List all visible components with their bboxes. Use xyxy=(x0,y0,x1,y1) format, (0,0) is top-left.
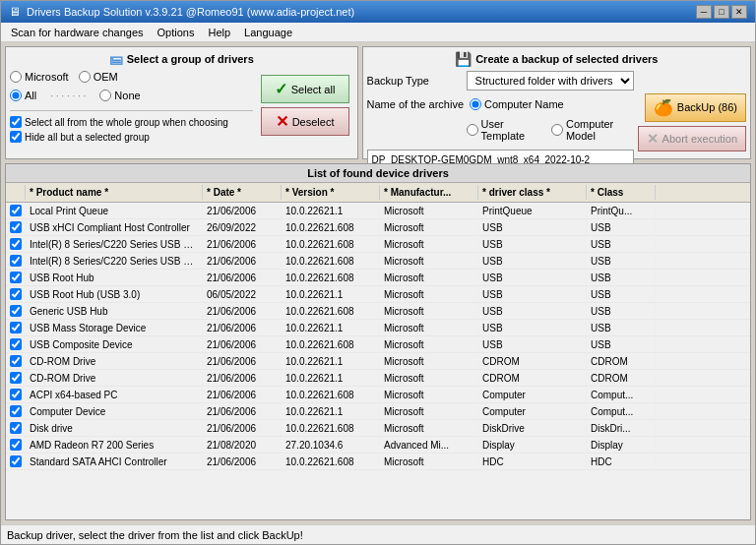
row-version-15: 10.0.22621.608 xyxy=(282,454,380,469)
row-checkbox-0[interactable] xyxy=(6,203,26,218)
row-version-4: 10.0.22621.608 xyxy=(282,271,380,285)
row-manufacturer-1: Microsoft xyxy=(380,220,478,235)
row-date-12: 21/06/2006 xyxy=(203,404,282,419)
row-checkbox-10[interactable] xyxy=(6,370,26,386)
row-checkbox-1[interactable] xyxy=(6,219,26,235)
row-checkbox-15[interactable] xyxy=(6,454,26,469)
window-controls: ─ □ ✕ xyxy=(696,5,747,19)
radio-all[interactable]: All xyxy=(10,90,36,101)
abort-button[interactable]: ✕ Abort execution xyxy=(638,126,746,151)
row-manufacturer-9: Microsoft xyxy=(380,354,478,369)
radio-computer-model[interactable]: Computer Model xyxy=(551,118,634,142)
left-panel: 🖴 Select a group of drivers Microsoft xyxy=(5,46,358,159)
row-version-5: 10.0.22621.1 xyxy=(282,287,380,302)
row-name-12: Computer Device xyxy=(26,404,203,419)
window-title: Drivers Backup Solution v.3.9.21 @Romeo9… xyxy=(27,6,354,18)
select-all-button[interactable]: ✓ Select all xyxy=(261,75,349,103)
row-date-8: 21/06/2006 xyxy=(203,337,282,352)
row-version-8: 10.0.22621.608 xyxy=(282,337,380,352)
table-row: ACPI x64-based PC 21/06/2006 10.0.22621.… xyxy=(6,387,750,403)
menu-language[interactable]: Language xyxy=(238,25,298,40)
row-class-2: USB xyxy=(587,237,656,252)
table-header: * Product name * * Date * * Version * * … xyxy=(6,183,750,203)
row-checkbox-11[interactable] xyxy=(6,387,26,402)
row-driver-class-14: Display xyxy=(478,438,587,453)
left-panel-buttons: ✓ Select all ✕ Deselect xyxy=(257,71,353,154)
row-class-1: USB xyxy=(587,220,656,235)
maximize-button[interactable]: □ xyxy=(714,5,729,19)
row-date-15: 21/06/2006 xyxy=(203,454,282,469)
row-version-6: 10.0.22621.608 xyxy=(282,304,380,319)
row-driver-class-8: USB xyxy=(478,337,587,352)
radio-computer-name[interactable]: Computer Name xyxy=(470,98,564,110)
row-date-0: 21/06/2006 xyxy=(203,204,282,218)
table-row: AMD Radeon R7 200 Series 21/08/2020 27.2… xyxy=(6,437,750,454)
archive-name-row: Name of the archive Computer Name xyxy=(367,98,634,110)
table-row: Intel(R) 8 Series/C220 Series USB EHCI #… xyxy=(6,236,750,253)
minimize-button[interactable]: ─ xyxy=(696,5,712,19)
right-panel: 💾 Create a backup of selected drivers Ba… xyxy=(362,46,751,159)
table-row: USB Composite Device 21/06/2006 10.0.226… xyxy=(6,336,750,353)
row-date-2: 21/06/2006 xyxy=(203,237,282,252)
row-version-9: 10.0.22621.1 xyxy=(282,354,380,369)
row-checkbox-12[interactable] xyxy=(6,403,26,419)
row-checkbox-6[interactable] xyxy=(6,303,26,319)
row-driver-class-15: HDC xyxy=(478,454,587,469)
left-panel-inner: Microsoft OEM All · xyxy=(10,71,353,154)
row-manufacturer-14: Advanced Mi... xyxy=(380,438,478,453)
radio-oem[interactable]: OEM xyxy=(79,71,118,83)
row-checkbox-9[interactable] xyxy=(6,353,26,369)
checkmark-icon: ✓ xyxy=(275,80,287,98)
table-row: Intel(R) 8 Series/C220 Series USB EHCI #… xyxy=(6,253,750,270)
row-class-0: PrintQu... xyxy=(587,204,656,218)
row-driver-class-1: USB xyxy=(478,220,587,235)
radio-microsoft[interactable]: Microsoft xyxy=(10,71,69,83)
row-checkbox-2[interactable] xyxy=(6,236,26,252)
row-date-5: 06/05/2022 xyxy=(203,287,282,302)
row-checkbox-4[interactable] xyxy=(6,270,26,285)
row-date-13: 21/06/2006 xyxy=(203,421,282,436)
group-radio-row1: Microsoft OEM xyxy=(10,71,253,83)
row-checkbox-7[interactable] xyxy=(6,320,26,335)
right-form: Backup Type Structured folder with drive… xyxy=(367,71,634,173)
backup-type-label: Backup Type xyxy=(367,75,461,87)
checkbox-hide-group[interactable]: Hide all but a selected group xyxy=(10,131,253,143)
row-checkbox-13[interactable] xyxy=(6,420,26,436)
row-date-3: 21/06/2006 xyxy=(203,254,282,269)
row-date-11: 21/06/2006 xyxy=(203,388,282,402)
col-header-date: * Date * xyxy=(203,185,282,200)
radio-none[interactable]: None xyxy=(99,90,140,101)
row-class-12: Comput... xyxy=(587,404,656,419)
left-panel-header: 🖴 Select a group of drivers xyxy=(10,51,353,67)
row-checkbox-3[interactable] xyxy=(6,253,26,269)
radio-user-template[interactable]: User Template xyxy=(467,118,539,142)
row-driver-class-6: USB xyxy=(478,304,587,319)
row-class-8: USB xyxy=(587,337,656,352)
menu-options[interactable]: Options xyxy=(152,25,201,40)
deselect-button[interactable]: ✕ Deselect xyxy=(261,107,349,136)
app-icon: 🖥 xyxy=(9,5,21,19)
menu-help[interactable]: Help xyxy=(202,25,236,40)
row-manufacturer-11: Microsoft xyxy=(380,388,478,402)
row-manufacturer-10: Microsoft xyxy=(380,371,478,386)
row-driver-class-7: USB xyxy=(478,321,587,335)
checkbox-select-all-group[interactable]: Select all from the whole group when cho… xyxy=(10,116,253,128)
row-manufacturer-6: Microsoft xyxy=(380,304,478,319)
row-name-2: Intel(R) 8 Series/C220 Series USB EHCI #… xyxy=(26,237,203,252)
backup-button[interactable]: 🍊 BackUp (86) xyxy=(645,93,746,122)
row-date-6: 21/06/2006 xyxy=(203,304,282,319)
row-name-6: Generic USB Hub xyxy=(26,304,203,319)
backup-type-dropdown[interactable]: Structured folder with drivers xyxy=(467,71,634,91)
row-version-12: 10.0.22621.1 xyxy=(282,404,380,419)
row-checkbox-8[interactable] xyxy=(6,336,26,352)
row-checkbox-14[interactable] xyxy=(6,437,26,453)
row-date-10: 21/06/2006 xyxy=(203,371,282,386)
menu-scan[interactable]: Scan for hardware changes xyxy=(5,25,150,40)
abort-icon: ✕ xyxy=(647,131,659,147)
drive-icon: 🖴 xyxy=(109,51,123,67)
table-row: Computer Device 21/06/2006 10.0.22621.1 … xyxy=(6,403,750,420)
row-date-9: 21/06/2006 xyxy=(203,354,282,369)
close-button[interactable]: ✕ xyxy=(731,5,747,19)
group-radio-row2: All · · · · · · · None xyxy=(10,90,253,101)
row-checkbox-5[interactable] xyxy=(6,286,26,302)
